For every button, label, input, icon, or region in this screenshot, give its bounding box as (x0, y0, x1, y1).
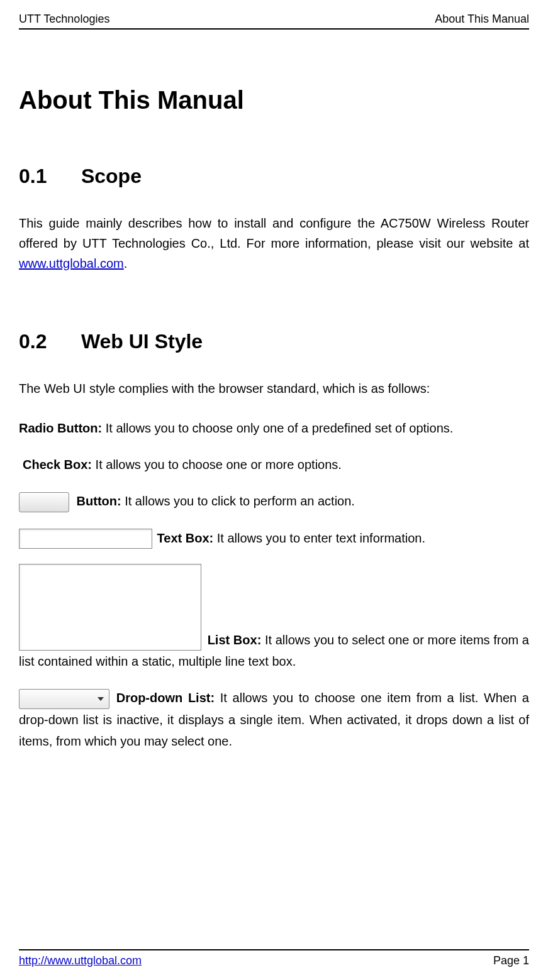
text-box-row: Text Box: It allows you to enter text in… (19, 527, 529, 549)
header-left: UTT Technologies (19, 13, 109, 26)
button-label: Button: (77, 494, 121, 508)
scope-text-after-link: . (124, 256, 128, 270)
section-scope-title: Scope (81, 165, 142, 187)
check-box-label: Check Box: (23, 458, 92, 471)
button-text: It allows you to click to perform an act… (121, 494, 355, 508)
radio-button-text: It allows you to choose only one of a pr… (102, 421, 453, 435)
page-title: About This Manual (19, 86, 529, 114)
button-widget-icon (19, 492, 69, 512)
check-box-row: Check Box: It allows you to choose one o… (19, 454, 529, 475)
webui-intro: The Web UI style complies with the brows… (19, 378, 529, 399)
radio-button-row: Radio Button: It allows you to choose on… (19, 417, 529, 439)
check-box-text: It allows you to choose one or more opti… (92, 458, 342, 471)
footer-page-number: Page 1 (493, 954, 529, 967)
footer-row: http://www.uttglobal.com Page 1 (19, 954, 529, 967)
drop-down-row: Drop-down List: It allows you to choose … (19, 687, 529, 752)
list-box-label: List Box: (208, 633, 262, 647)
section-scope-heading: 0.1 Scope (19, 165, 529, 188)
text-box-label: Text Box: (157, 531, 214, 545)
section-webui-heading: 0.2 Web UI Style (19, 330, 529, 353)
list-box-row: List Box: It allows you to select one or… (19, 564, 529, 672)
list-box-widget-icon (19, 564, 201, 651)
header-rule (19, 28, 529, 30)
scope-text-before-link: This guide mainly describes how to insta… (19, 216, 529, 250)
page: UTT Technologies About This Manual About… (0, 0, 548, 980)
footer-url-link[interactable]: http://www.uttglobal.com (19, 954, 142, 967)
section-scope-number: 0.1 (19, 165, 75, 188)
scope-paragraph: This guide mainly describes how to insta… (19, 213, 529, 273)
section-gap (19, 292, 529, 330)
drop-down-widget-icon (19, 689, 109, 709)
page-footer: http://www.uttglobal.com Page 1 (19, 949, 529, 967)
section-webui-title: Web UI Style (81, 330, 203, 353)
button-row: Button: It allows you to click to perfor… (19, 490, 529, 512)
section-webui-number: 0.2 (19, 330, 75, 353)
drop-down-label: Drop-down List: (116, 691, 215, 705)
header-right: About This Manual (435, 13, 529, 26)
scope-link[interactable]: www.uttglobal.com (19, 256, 124, 270)
page-header: UTT Technologies About This Manual (19, 13, 529, 28)
footer-rule (19, 949, 529, 950)
text-box-widget-icon (19, 529, 152, 549)
text-box-text: It allows you to enter text information. (213, 531, 425, 545)
radio-button-label: Radio Button: (19, 421, 102, 435)
